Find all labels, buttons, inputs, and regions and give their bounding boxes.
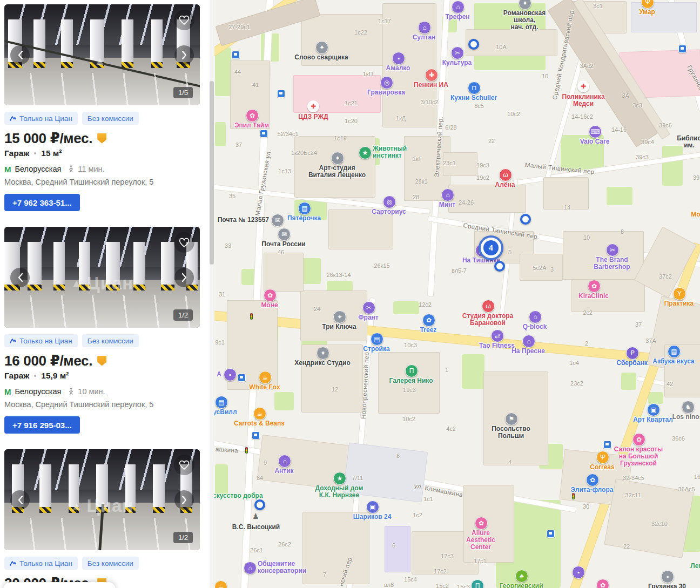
map-poi-icon[interactable]: ⌂ [529,310,542,323]
map-poi-icon[interactable]: ☕ [253,407,266,420]
map-poi-icon[interactable]: ⌂ [244,562,257,575]
carousel-next-button[interactable] [174,45,194,65]
map-poi-icon[interactable]: ✿ [586,474,599,486]
map-building-number: 26с1 [250,547,263,553]
badge-row: Только на ЦианБез комиссии [4,112,200,125]
map-poi-icon[interactable]: ⚑ [505,413,518,425]
map-poi-icon[interactable]: Ψ [596,451,609,464]
map-monument-icon[interactable]: ♟ [252,512,259,520]
map-poi-label: Три Ключа [322,323,356,330]
map-canvas[interactable]: 27-29с144411с221кП1с211с2052/34с11с191к2… [214,0,700,588]
map-poi-icon[interactable]: ✿ [588,280,601,293]
carousel-next-button[interactable] [174,490,194,510]
map-poi-icon[interactable]: ✿ [475,517,488,530]
listing-location-marker[interactable] [494,261,505,272]
listing-photo-carousel[interactable]: ▲Циан 1/2 [4,227,200,328]
map-poi-icon[interactable]: ✿ [246,109,259,122]
map-poi-icon[interactable]: ▪ [572,566,585,579]
map-poi-icon[interactable]: ✿ [422,314,435,327]
map-poi-label: Хендрикс Студио [294,360,351,367]
map-poi-icon[interactable]: ▣ [366,501,379,513]
map-poi-icon[interactable]: ☕ [214,580,227,588]
listing-location-marker[interactable] [254,499,265,510]
map-poi-icon[interactable]: ✚ [425,69,438,82]
map-poi-icon[interactable]: ⌂ [441,188,454,201]
metro-name: Белорусская [15,165,62,173]
map-poi-icon[interactable]: ✂ [451,46,464,59]
map-poi-icon[interactable]: ✦ [331,152,344,165]
map-poi-icon[interactable]: ω [499,168,512,181]
listing-card[interactable]: ▲Циан 1/2 Только на ЦианБез комиссии 20 … [4,449,200,588]
listing-location-marker[interactable] [468,39,479,50]
map-poi-icon[interactable]: ⌂ [418,21,431,34]
map-poi-icon[interactable]: ▪ [224,368,237,381]
garage-column [133,242,145,290]
map-poi-label: Эпил Тайм [234,122,269,129]
map-poi-icon[interactable]: ▤ [215,396,228,409]
map-poi-icon[interactable]: ★ [333,472,346,485]
garage-column [61,19,73,68]
map-poi-icon[interactable]: ◎ [383,195,396,208]
map-poi-icon[interactable]: ▤ [298,202,311,215]
map-panel[interactable]: 27-29с144411с221кП1с211с2052/34с11с191к2… [214,0,700,588]
listing-card[interactable]: ▲Циан 1/2 Только на ЦианБез комиссии 16 … [4,227,200,434]
map-poi-icon[interactable]: ₽ [626,347,639,360]
map-poi-icon[interactable]: ω [482,300,495,313]
carousel-next-button[interactable] [174,268,194,287]
map-poi-label: The BrandBarbershop [594,256,630,271]
favorite-button[interactable] [174,455,194,475]
map-poi-icon[interactable]: ✂ [362,301,375,314]
map-building-number: 33 [225,242,231,249]
map-poi-icon[interactable]: ▤ [668,345,681,358]
favorite-button[interactable] [174,10,194,30]
map-poi-icon[interactable]: ▣ [647,403,660,416]
map-poi-icon[interactable]: ⌂ [278,455,291,468]
panel-scrollbar[interactable] [210,0,214,588]
listing-photo-carousel[interactable]: ▲Циан 1/2 [4,449,200,550]
map-poi-icon[interactable]: ★ [359,146,372,159]
listing-card[interactable]: ▲ 1/5 Только на ЦианБез комиссии 15 000 … [4,4,200,211]
map-building-number: 1с17 [378,18,391,24]
map-poi-icon[interactable]: Π [405,364,418,377]
map-poi-icon[interactable]: ▤ [371,333,383,346]
map-poi-icon[interactable]: ⊓ [468,82,481,94]
map-poi-label: Трефен [445,13,469,21]
listing-location-marker[interactable] [520,214,531,225]
map-poi-icon[interactable]: ▪ [661,570,674,583]
scrollbar-thumb[interactable] [210,81,214,265]
map-poi-icon[interactable]: ⇄ [491,329,504,342]
map-poi-icon[interactable]: ♞ [682,401,695,414]
map-poi-icon[interactable]: ▪ [392,52,405,65]
map-poi-icon[interactable]: ✉ [271,214,284,227]
carousel-prev-button[interactable] [10,490,30,510]
show-phone-button[interactable]: +7 916 295-03... [4,416,80,434]
listings-cluster-marker[interactable]: 4 [479,235,503,260]
map-poi-icon[interactable]: ♣ [515,570,528,583]
map-poi-icon[interactable]: ✦ [333,310,346,323]
map-poi-icon[interactable]: ✚ [307,100,319,112]
listing-photo-carousel[interactable]: ▲ 1/5 [4,4,200,105]
favorite-button[interactable] [174,232,194,253]
map-poi-icon[interactable]: ⌨ [589,125,602,138]
map-poi-icon[interactable]: Π [471,579,484,588]
map-poi-icon[interactable]: ✿ [596,579,609,588]
carousel-prev-button[interactable] [10,268,30,287]
map-poi-icon[interactable]: ✿ [632,433,645,446]
map-poi-icon[interactable]: ☕ [259,371,272,384]
map-poi-icon[interactable]: ⌂ [522,335,535,348]
map-poi-icon[interactable]: ◎ [380,76,393,89]
map-building-number: 1кД [396,115,406,121]
map-poi-icon[interactable]: ✦ [315,41,328,54]
map-poi-icon[interactable]: ✉ [278,228,291,241]
map-poi-icon[interactable]: Y [673,287,686,300]
bus-stop-icon [260,130,268,138]
carousel-prev-button[interactable] [10,45,30,65]
map-poi-icon[interactable]: ✂ [606,244,619,256]
cian-logo-icon [10,560,16,566]
show-phone-button[interactable]: +7 962 363-51... [4,194,80,211]
map-poi-icon[interactable]: ⌂ [452,1,465,13]
map-poi-icon[interactable]: ✿ [264,289,277,302]
cian-watermark: ▲ [94,54,110,68]
map-poi-icon[interactable]: ✦ [317,347,329,360]
map-poi-icon[interactable]: ✚ [577,80,589,92]
